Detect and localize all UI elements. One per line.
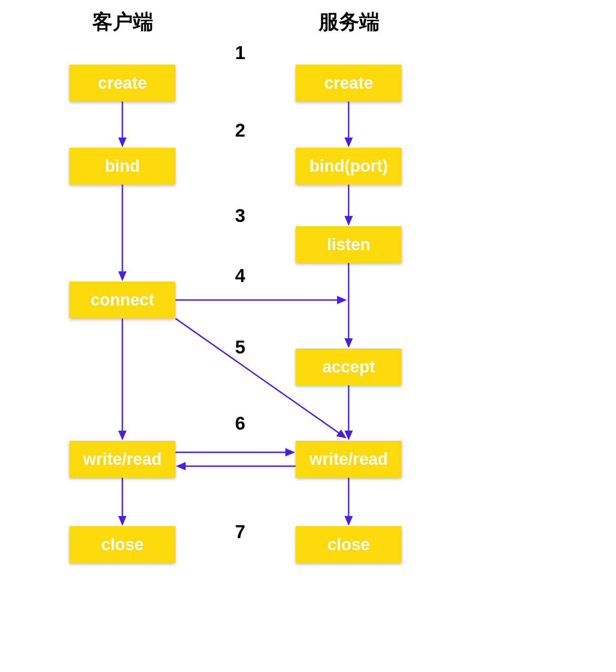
step-label-2: 2 [231, 120, 249, 141]
step-label-1: 1 [231, 42, 249, 63]
server-node-accept: accept [296, 348, 402, 385]
step-label-5: 5 [231, 337, 249, 358]
diagram-canvas: 客户端 服务端 1 2 3 4 5 6 7 create bind connec… [0, 0, 616, 672]
step-label-6: 6 [231, 413, 249, 434]
server-node-listen: listen [296, 226, 402, 263]
step-label-4: 4 [231, 265, 249, 286]
client-node-writeread: write/read [69, 441, 175, 478]
server-node-writeread: write/read [296, 441, 402, 478]
server-node-close: close [296, 526, 402, 563]
server-node-bind: bind(port) [296, 148, 402, 185]
heading-client: 客户端 [92, 8, 153, 36]
server-node-create: create [296, 65, 402, 102]
client-node-close: close [69, 526, 175, 563]
heading-server: 服务端 [319, 8, 380, 36]
client-node-connect: connect [69, 282, 175, 318]
client-node-bind: bind [69, 148, 175, 185]
client-node-create: create [69, 65, 175, 102]
step-label-7: 7 [231, 522, 249, 542]
step-label-3: 3 [231, 205, 249, 226]
